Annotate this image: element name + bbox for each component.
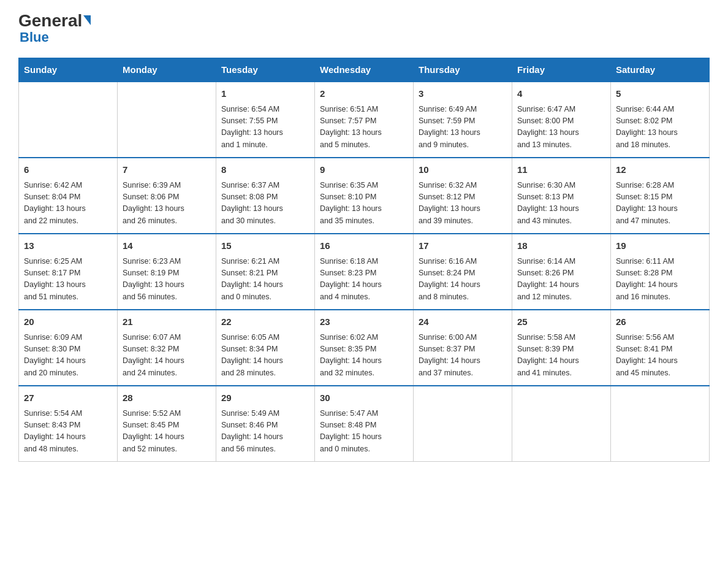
day-number: 11 <box>517 163 605 177</box>
calendar-week-5: 27Sunrise: 5:54 AM Sunset: 8:43 PM Dayli… <box>19 386 710 462</box>
calendar-cell <box>611 386 710 462</box>
day-number: 2 <box>320 87 408 101</box>
day-number: 23 <box>320 315 408 329</box>
day-info: Sunrise: 6:37 AM Sunset: 8:08 PM Dayligh… <box>221 180 309 228</box>
day-info: Sunrise: 6:54 AM Sunset: 7:55 PM Dayligh… <box>221 104 309 151</box>
calendar-cell: 4Sunrise: 6:47 AM Sunset: 8:00 PM Daylig… <box>512 82 611 158</box>
day-number: 10 <box>419 163 507 177</box>
calendar-cell: 11Sunrise: 6:30 AM Sunset: 8:13 PM Dayli… <box>512 158 611 234</box>
day-number: 28 <box>123 391 211 405</box>
day-info: Sunrise: 6:32 AM Sunset: 8:12 PM Dayligh… <box>419 180 507 228</box>
day-info: Sunrise: 6:35 AM Sunset: 8:10 PM Dayligh… <box>320 180 408 228</box>
day-number: 22 <box>221 315 309 329</box>
calendar-cell: 15Sunrise: 6:21 AM Sunset: 8:21 PM Dayli… <box>216 234 315 310</box>
day-number: 26 <box>616 315 704 329</box>
logo-general-text: General <box>18 12 82 29</box>
day-number: 21 <box>123 315 211 329</box>
day-info: Sunrise: 6:44 AM Sunset: 8:02 PM Dayligh… <box>616 104 704 151</box>
calendar-cell: 30Sunrise: 5:47 AM Sunset: 8:48 PM Dayli… <box>315 386 414 462</box>
day-number: 9 <box>320 163 408 177</box>
calendar-week-1: 1Sunrise: 6:54 AM Sunset: 7:55 PM Daylig… <box>19 82 710 158</box>
day-number: 24 <box>419 315 507 329</box>
weekday-header-friday: Friday <box>512 58 611 82</box>
calendar-cell: 5Sunrise: 6:44 AM Sunset: 8:02 PM Daylig… <box>611 82 710 158</box>
calendar-cell: 26Sunrise: 5:56 AM Sunset: 8:41 PM Dayli… <box>611 310 710 386</box>
logo: General Blue <box>18 12 91 45</box>
calendar-cell: 7Sunrise: 6:39 AM Sunset: 8:06 PM Daylig… <box>118 158 216 234</box>
day-info: Sunrise: 5:47 AM Sunset: 8:48 PM Dayligh… <box>320 408 408 456</box>
day-info: Sunrise: 6:21 AM Sunset: 8:21 PM Dayligh… <box>221 256 309 304</box>
calendar-cell: 28Sunrise: 5:52 AM Sunset: 8:45 PM Dayli… <box>118 386 216 462</box>
calendar-cell: 23Sunrise: 6:02 AM Sunset: 8:35 PM Dayli… <box>315 310 414 386</box>
calendar-week-4: 20Sunrise: 6:09 AM Sunset: 8:30 PM Dayli… <box>19 310 710 386</box>
day-info: Sunrise: 6:25 AM Sunset: 8:17 PM Dayligh… <box>24 256 112 304</box>
weekday-header-tuesday: Tuesday <box>216 58 315 82</box>
day-number: 7 <box>123 163 211 177</box>
day-info: Sunrise: 5:56 AM Sunset: 8:41 PM Dayligh… <box>616 332 704 380</box>
day-info: Sunrise: 5:52 AM Sunset: 8:45 PM Dayligh… <box>123 408 211 456</box>
day-info: Sunrise: 5:49 AM Sunset: 8:46 PM Dayligh… <box>221 408 309 456</box>
calendar-cell <box>19 82 118 158</box>
day-info: Sunrise: 6:49 AM Sunset: 7:59 PM Dayligh… <box>419 104 507 151</box>
logo-blue-text: Blue <box>18 29 49 45</box>
day-info: Sunrise: 6:11 AM Sunset: 8:28 PM Dayligh… <box>616 256 704 304</box>
calendar-cell: 24Sunrise: 6:00 AM Sunset: 8:37 PM Dayli… <box>414 310 512 386</box>
weekday-header-sunday: Sunday <box>19 58 118 82</box>
day-info: Sunrise: 6:28 AM Sunset: 8:15 PM Dayligh… <box>616 180 704 228</box>
calendar-cell: 16Sunrise: 6:18 AM Sunset: 8:23 PM Dayli… <box>315 234 414 310</box>
calendar-cell: 8Sunrise: 6:37 AM Sunset: 8:08 PM Daylig… <box>216 158 315 234</box>
day-info: Sunrise: 6:05 AM Sunset: 8:34 PM Dayligh… <box>221 332 309 380</box>
calendar-cell: 14Sunrise: 6:23 AM Sunset: 8:19 PM Dayli… <box>118 234 216 310</box>
day-info: Sunrise: 6:14 AM Sunset: 8:26 PM Dayligh… <box>517 256 605 304</box>
day-number: 13 <box>24 239 112 253</box>
weekday-header-saturday: Saturday <box>611 58 710 82</box>
day-info: Sunrise: 6:18 AM Sunset: 8:23 PM Dayligh… <box>320 256 408 304</box>
calendar-week-2: 6Sunrise: 6:42 AM Sunset: 8:04 PM Daylig… <box>19 158 710 234</box>
day-number: 14 <box>123 239 211 253</box>
calendar-cell: 27Sunrise: 5:54 AM Sunset: 8:43 PM Dayli… <box>19 386 118 462</box>
calendar-cell: 9Sunrise: 6:35 AM Sunset: 8:10 PM Daylig… <box>315 158 414 234</box>
day-number: 17 <box>419 239 507 253</box>
day-info: Sunrise: 6:42 AM Sunset: 8:04 PM Dayligh… <box>24 180 112 228</box>
day-info: Sunrise: 6:47 AM Sunset: 8:00 PM Dayligh… <box>517 104 605 151</box>
calendar-cell <box>512 386 611 462</box>
day-number: 15 <box>221 239 309 253</box>
day-info: Sunrise: 6:07 AM Sunset: 8:32 PM Dayligh… <box>123 332 211 380</box>
calendar-cell: 18Sunrise: 6:14 AM Sunset: 8:26 PM Dayli… <box>512 234 611 310</box>
day-number: 25 <box>517 315 605 329</box>
logo-arrow-icon <box>83 15 91 25</box>
day-info: Sunrise: 6:02 AM Sunset: 8:35 PM Dayligh… <box>320 332 408 380</box>
day-number: 8 <box>221 163 309 177</box>
weekday-header-wednesday: Wednesday <box>315 58 414 82</box>
calendar-table: SundayMondayTuesdayWednesdayThursdayFrid… <box>18 58 710 462</box>
day-info: Sunrise: 6:09 AM Sunset: 8:30 PM Dayligh… <box>24 332 112 380</box>
calendar-cell: 20Sunrise: 6:09 AM Sunset: 8:30 PM Dayli… <box>19 310 118 386</box>
calendar-cell: 25Sunrise: 5:58 AM Sunset: 8:39 PM Dayli… <box>512 310 611 386</box>
day-number: 5 <box>616 87 704 101</box>
day-number: 12 <box>616 163 704 177</box>
calendar-cell: 19Sunrise: 6:11 AM Sunset: 8:28 PM Dayli… <box>611 234 710 310</box>
calendar-cell: 29Sunrise: 5:49 AM Sunset: 8:46 PM Dayli… <box>216 386 315 462</box>
calendar-cell: 3Sunrise: 6:49 AM Sunset: 7:59 PM Daylig… <box>414 82 512 158</box>
day-info: Sunrise: 6:51 AM Sunset: 7:57 PM Dayligh… <box>320 104 408 151</box>
day-number: 16 <box>320 239 408 253</box>
calendar-cell: 13Sunrise: 6:25 AM Sunset: 8:17 PM Dayli… <box>19 234 118 310</box>
calendar-week-3: 13Sunrise: 6:25 AM Sunset: 8:17 PM Dayli… <box>19 234 710 310</box>
day-number: 29 <box>221 391 309 405</box>
day-number: 19 <box>616 239 704 253</box>
calendar-cell: 12Sunrise: 6:28 AM Sunset: 8:15 PM Dayli… <box>611 158 710 234</box>
day-info: Sunrise: 6:00 AM Sunset: 8:37 PM Dayligh… <box>419 332 507 380</box>
day-number: 3 <box>419 87 507 101</box>
day-number: 18 <box>517 239 605 253</box>
calendar-header: SundayMondayTuesdayWednesdayThursdayFrid… <box>19 58 710 82</box>
calendar-cell: 17Sunrise: 6:16 AM Sunset: 8:24 PM Dayli… <box>414 234 512 310</box>
day-number: 20 <box>24 315 112 329</box>
calendar-cell: 2Sunrise: 6:51 AM Sunset: 7:57 PM Daylig… <box>315 82 414 158</box>
day-info: Sunrise: 6:39 AM Sunset: 8:06 PM Dayligh… <box>123 180 211 228</box>
day-number: 30 <box>320 391 408 405</box>
calendar-cell: 10Sunrise: 6:32 AM Sunset: 8:12 PM Dayli… <box>414 158 512 234</box>
calendar-cell <box>414 386 512 462</box>
calendar-cell: 6Sunrise: 6:42 AM Sunset: 8:04 PM Daylig… <box>19 158 118 234</box>
day-info: Sunrise: 5:58 AM Sunset: 8:39 PM Dayligh… <box>517 332 605 380</box>
day-info: Sunrise: 6:23 AM Sunset: 8:19 PM Dayligh… <box>123 256 211 304</box>
